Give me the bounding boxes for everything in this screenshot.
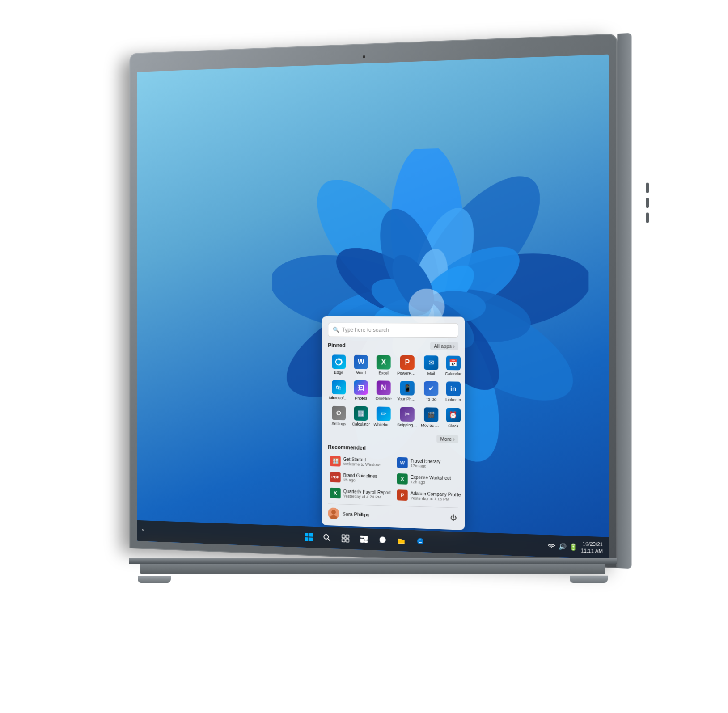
adatum-icon: P — [397, 489, 408, 501]
clock-label: Clock — [448, 423, 458, 428]
calendar-icon: 📅 — [446, 355, 461, 370]
calculator-icon: 🔢 — [354, 406, 368, 421]
rec-adatum[interactable]: P Adatum Company Profile Yesterday at 1:… — [395, 488, 463, 504]
mail-label: Mail — [427, 371, 435, 376]
system-tray[interactable]: 🔊 🔋 — [548, 542, 577, 551]
app-word[interactable]: W Word — [351, 353, 371, 377]
app-whiteboard[interactable]: ✏ Whiteboard — [372, 405, 394, 429]
app-calendar[interactable]: 📅 Calendar — [444, 354, 462, 378]
app-photos[interactable]: 🖼 Photos — [351, 379, 371, 403]
search-bar[interactable]: 🔍 Type here to search — [328, 322, 458, 337]
svg-rect-32 — [309, 533, 313, 536]
laptop: 🔍 Type here to search Pinned All apps › — [73, 44, 655, 670]
camera-dot — [363, 55, 365, 58]
snipping-label: Snipping Tool — [397, 422, 417, 428]
clock-area[interactable]: 10/20/21 11:11 AM — [581, 540, 603, 555]
svg-rect-42 — [364, 536, 368, 540]
rec-brand[interactable]: PDF Brand Guidelines 2h ago — [328, 469, 393, 485]
snipping-icon: ✂ — [400, 407, 415, 422]
payroll-icon: X — [330, 487, 341, 498]
widgets-button[interactable] — [356, 531, 372, 547]
svg-rect-33 — [305, 537, 309, 541]
user-name: Sara Phillips — [343, 511, 369, 517]
file-explorer-button[interactable] — [394, 532, 410, 549]
travel-icon: W — [397, 457, 408, 468]
left-foot — [138, 576, 171, 583]
volume-up-button[interactable] — [646, 198, 649, 208]
app-calculator[interactable]: 🔢 Calculator — [351, 404, 371, 429]
word-label: Word — [356, 370, 366, 375]
edge-label: Edge — [334, 370, 343, 375]
powerpoint-icon: P — [400, 355, 415, 370]
more-button[interactable]: More › — [436, 435, 458, 443]
app-onenote[interactable]: N OneNote — [372, 379, 394, 403]
start-menu: 🔍 Type here to search Pinned All apps › — [322, 316, 465, 530]
app-yourphone[interactable]: 📱 Your Phone — [396, 379, 418, 404]
right-edge — [617, 33, 631, 568]
app-mail[interactable]: ✉ Mail — [420, 353, 442, 378]
laptop-feet — [138, 574, 608, 583]
taskbar-center — [301, 528, 428, 549]
brand-icon: PDF — [330, 471, 341, 482]
svg-line-36 — [328, 538, 330, 541]
photos-icon: 🖼 — [354, 380, 368, 395]
rec-get-started[interactable]: 🪟 Get Started Welcome to Windows — [328, 454, 393, 470]
taskbar-right: 🔊 🔋 10/20/21 11:11 AM — [548, 539, 603, 555]
whiteboard-icon: ✏ — [377, 406, 391, 421]
pinned-title: Pinned — [328, 342, 345, 348]
app-snipping[interactable]: ✂ Snipping Tool — [396, 405, 418, 430]
calculator-label: Calculator — [352, 422, 370, 427]
app-settings[interactable]: ⚙ Settings — [328, 404, 349, 428]
movies-icon: 🎬 — [424, 407, 438, 422]
edge-icon — [332, 354, 346, 368]
rec-expense[interactable]: X Expense Worksheet 12h ago — [395, 471, 463, 488]
app-excel[interactable]: X Excel — [372, 353, 394, 377]
expense-icon: X — [397, 473, 408, 484]
search-taskbar-button[interactable] — [319, 529, 335, 546]
start-footer: Sara Phillips ⏻ — [328, 503, 458, 523]
start-button[interactable] — [301, 528, 317, 545]
all-apps-button[interactable]: All apps › — [430, 342, 458, 350]
svg-rect-43 — [360, 538, 364, 542]
calendar-label: Calendar — [445, 371, 461, 376]
app-msstore[interactable]: 🛍 Microsoft Store — [328, 378, 349, 402]
recommended-header: Recommended — [328, 444, 458, 453]
screen-bezel: 🔍 Type here to search Pinned All apps › — [129, 34, 617, 568]
svg-rect-39 — [342, 539, 345, 542]
svg-rect-31 — [305, 533, 309, 536]
tray-chevron[interactable]: ^ — [142, 528, 144, 533]
edge-taskbar-button[interactable] — [412, 532, 428, 549]
clock-icon: ⏰ — [446, 408, 461, 422]
power-button[interactable] — [646, 182, 649, 193]
app-edge[interactable]: Edge — [328, 352, 349, 376]
photos-label: Photos — [355, 396, 367, 401]
onenote-icon: N — [377, 380, 391, 395]
mail-icon: ✉ — [424, 355, 438, 370]
onenote-label: OneNote — [376, 396, 392, 401]
app-todo[interactable]: ✔ To Do — [420, 379, 442, 404]
system-tray-left: ^ — [142, 528, 144, 533]
power-button-start[interactable]: ⏻ — [449, 512, 458, 523]
task-view-button[interactable] — [338, 530, 353, 546]
chat-button[interactable] — [375, 531, 391, 548]
laptop-base — [140, 564, 605, 574]
recommended-title: Recommended — [328, 444, 366, 451]
app-linkedin[interactable]: in LinkedIn — [444, 380, 462, 404]
user-area[interactable]: Sara Phillips — [328, 507, 369, 520]
get-started-icon: 🪟 — [330, 456, 341, 466]
get-started-subtitle: Welcome to Windows — [343, 461, 391, 467]
clock-time: 10/20/21 — [581, 540, 603, 548]
app-powerpoint[interactable]: P PowerPoint — [396, 353, 418, 378]
svg-rect-37 — [342, 535, 345, 538]
app-clock[interactable]: ⏰ Clock — [444, 406, 462, 430]
app-movies[interactable]: 🎬 Movies & TV — [420, 405, 442, 430]
rec-travel[interactable]: W Travel Itinerary 17m ago — [395, 455, 463, 471]
volume-down-button[interactable] — [646, 212, 649, 223]
svg-point-35 — [324, 534, 328, 539]
todo-label: To Do — [426, 397, 436, 402]
rec-payroll[interactable]: X Quarterly Payroll Report Yesterday at … — [328, 485, 393, 502]
linkedin-icon: in — [446, 381, 461, 396]
svg-point-45 — [417, 538, 423, 544]
settings-icon: ⚙ — [332, 406, 346, 420]
msstore-label: Microsoft Store — [329, 396, 348, 401]
